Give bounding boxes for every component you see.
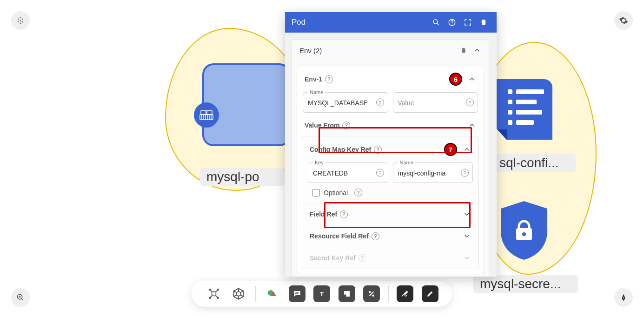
svg-rect-2 — [207, 110, 212, 115]
svg-rect-1 — [201, 110, 206, 115]
help-icon[interactable]: ? — [325, 75, 333, 83]
text-tool[interactable]: T — [313, 285, 330, 302]
field-label: Name — [308, 89, 325, 95]
toolbar-separator — [388, 286, 389, 302]
chevron-down-icon — [463, 254, 471, 262]
optional-checkbox[interactable] — [312, 189, 320, 196]
svg-point-6 — [623, 298, 624, 298]
svg-point-13 — [236, 291, 240, 296]
svg-point-4 — [522, 232, 526, 236]
cmkr-header[interactable]: Config Map Key Ref ? 7 — [302, 136, 478, 162]
chevron-up-icon[interactable] — [473, 46, 481, 54]
field-ref-label: Field Ref — [310, 210, 337, 218]
help-icon[interactable]: ? — [376, 169, 384, 177]
env-name-input[interactable]: Name MYSQL_DATABASE ? — [303, 92, 388, 113]
field-ref-row[interactable]: Field Ref ? — [302, 203, 478, 225]
architecture-icon[interactable] — [206, 285, 222, 302]
pen-tool-button[interactable] — [614, 288, 633, 307]
panel-header: Pod — [285, 12, 497, 33]
help-icon[interactable] — [445, 16, 458, 29]
search-icon[interactable] — [430, 16, 443, 29]
help-icon[interactable]: ? — [340, 210, 348, 218]
fullscreen-icon[interactable] — [461, 16, 474, 29]
chevron-down-icon — [463, 210, 471, 218]
cmkr-label: Config Map Key Ref — [310, 146, 371, 153]
panel-title: Pod — [292, 18, 427, 27]
sign-tool[interactable] — [397, 285, 413, 302]
field-value: CREATEDB — [313, 169, 374, 177]
svg-text:T: T — [320, 291, 324, 298]
field-value: mysql-config-ma — [398, 169, 459, 177]
help-icon[interactable]: ? — [354, 189, 362, 196]
secret-resource[interactable] — [498, 200, 550, 261]
configmap-icon — [508, 89, 545, 130]
bottom-toolbar: T — [192, 281, 452, 307]
secret-key-ref-row[interactable]: Secret Key Ref ? — [302, 247, 478, 269]
cmkr-key-input[interactable]: Key CREATEDB ? — [308, 162, 388, 183]
help-icon[interactable]: ? — [374, 146, 382, 154]
optional-label: Optional — [324, 189, 348, 196]
field-placeholder: Value — [398, 99, 464, 107]
secret-key-ref-label: Secret Key Ref — [310, 254, 356, 262]
svg-point-30 — [433, 20, 438, 24]
note-tool[interactable] — [339, 285, 355, 302]
field-label: Key — [313, 160, 325, 165]
chevron-up-icon[interactable] — [463, 145, 471, 154]
help-icon[interactable]: ? — [466, 99, 474, 107]
container-icon — [194, 102, 219, 128]
chevron-up-icon[interactable] — [468, 121, 476, 129]
field-value: MYSQL_DATABASE — [308, 99, 374, 107]
chevron-up-icon[interactable] — [468, 75, 476, 83]
pod-resource-card[interactable] — [202, 63, 291, 146]
env-header-label: Env (2) — [299, 47, 322, 54]
properties-panel: Pod Env (2) Env-1 ? 6 — [285, 12, 497, 277]
help-icon[interactable]: ? — [372, 232, 379, 240]
env-value-input[interactable]: Value ? — [393, 92, 478, 113]
chevron-down-icon — [463, 232, 471, 240]
zoom-in-button[interactable] — [11, 288, 30, 307]
secret-label[interactable]: mysql-secre... — [473, 275, 578, 293]
env1-label: Env-1 — [305, 75, 322, 83]
pod-label[interactable]: mysql-po — [200, 168, 285, 186]
panel-body[interactable]: Env (2) Env-1 ? 6 Name MYSQL_DATABASE — [285, 33, 497, 277]
comment-tool[interactable] — [289, 285, 305, 302]
delete-icon[interactable] — [477, 16, 490, 29]
svg-point-17 — [372, 295, 375, 297]
help-icon[interactable]: ? — [376, 99, 384, 107]
toolbar-separator — [255, 286, 256, 302]
kubernetes-icon[interactable] — [230, 285, 247, 302]
delete-env-icon[interactable] — [460, 47, 467, 54]
resource-field-ref-label: Resource Field Ref — [310, 232, 369, 240]
env-section-header[interactable]: Env (2) — [292, 40, 489, 61]
annotation-badge-7: 7 — [444, 143, 457, 156]
svg-point-16 — [369, 291, 371, 293]
help-icon[interactable]: ? — [461, 169, 469, 177]
cmkr-name-input[interactable]: Name mysql-config-ma ? — [393, 162, 473, 183]
settings-button[interactable] — [614, 11, 633, 30]
value-from-label: Value From — [305, 122, 339, 129]
configmap-label[interactable]: sql-confi... — [493, 154, 576, 172]
percent-tool[interactable] — [363, 285, 380, 302]
env1-header[interactable]: Env-1 ? 6 — [297, 66, 484, 92]
annotation-badge-6: 6 — [449, 73, 462, 86]
resource-field-ref-row[interactable]: Resource Field Ref ? — [302, 225, 478, 247]
svg-rect-7 — [212, 292, 216, 296]
help-icon[interactable]: ? — [359, 254, 366, 262]
configmap-resource[interactable] — [497, 79, 552, 140]
draw-tool[interactable] — [422, 285, 438, 302]
help-icon[interactable]: ? — [342, 122, 350, 129]
field-label: Name — [398, 160, 415, 165]
shapes-tool[interactable] — [264, 285, 280, 302]
value-from-header[interactable]: Value From ? — [297, 118, 484, 136]
app-menu-button[interactable] — [11, 11, 30, 30]
